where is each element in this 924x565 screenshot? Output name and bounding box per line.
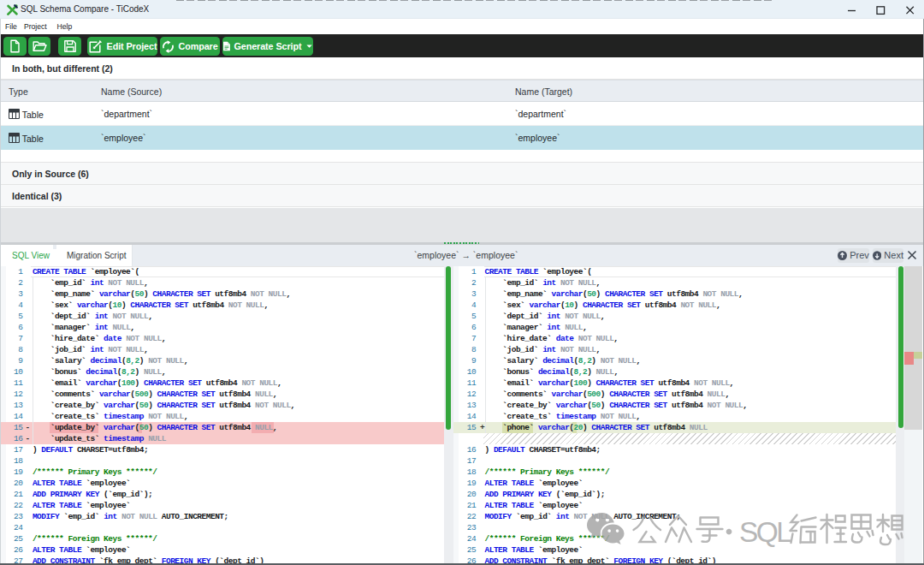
svg-text:SQL: SQL [739,516,791,548]
